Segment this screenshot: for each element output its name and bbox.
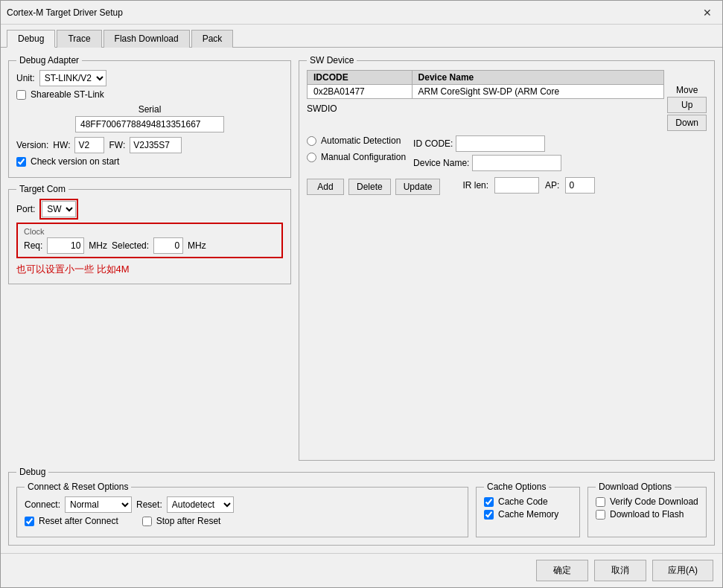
debug-inner: Connect & Reset Options Connect: Normal … [16,482,707,537]
download-flash-checkbox[interactable] [596,510,605,520]
detection-right: ID CODE: Device Name: [413,135,707,171]
main-window: Cortex-M Target Driver Setup ✕ Debug Tra… [0,0,723,588]
serial-label: Serial [138,104,162,115]
delete-button[interactable]: Delete [348,179,391,195]
cache-memory-row: Cache Memory [484,509,572,520]
detection-left: Automatic Detection Manual Configuration [307,135,406,165]
cache-memory-label: Cache Memory [498,509,558,520]
hint-text: 也可以设置小一些 比如4M [16,263,283,276]
debug-section: Debug Connect & Reset Options Connect: N… [8,467,715,546]
move-label: Move [667,85,707,95]
sw-table-wrapper: IDCODE Device Name 0x2BA01477 ARM CoreSi… [307,70,664,114]
move-col: Move Up Down [667,70,707,131]
hw-input[interactable] [74,137,104,153]
cell-device-name: ARM CoreSight SW-DP (ARM Core [412,85,664,99]
target-com-legend: Target Com [16,184,69,194]
tab-debug[interactable]: Debug [7,30,55,48]
download-flash-row: Download to Flash [596,509,698,520]
target-com-section: Target Com Port: SW Clock Req: [8,184,291,284]
ir-len-label: IR len: [462,180,488,191]
connect-row: Connect: Normal Reset: Autodetect [25,496,460,513]
device-name-label: Device Name: [413,158,469,168]
stop-after-reset-label: Stop after Reset [156,516,221,526]
tab-trace[interactable]: Trace [57,30,101,48]
check-version-label: Check version on start [31,156,119,167]
id-code-field-row: ID CODE: [413,135,707,152]
ok-button[interactable]: 确定 [536,560,588,581]
cache-options-legend: Cache Options [484,482,549,492]
selected-input[interactable] [153,237,183,254]
right-sw-bottom: Automatic Detection Manual Configuration… [307,135,707,195]
device-name-field-row: Device Name: [413,155,707,171]
req-input[interactable] [47,237,84,254]
cache-code-checkbox[interactable] [484,497,494,507]
stop-after-reset-checkbox[interactable] [142,517,152,526]
detection-section: Automatic Detection Manual Configuration… [307,135,707,171]
reset-after-connect-checkbox[interactable] [25,517,34,526]
swdio-label: SWDIO [307,103,664,114]
cache-memory-checkbox[interactable] [484,510,494,520]
hw-label: HW: [53,140,70,150]
reset-label: Reset: [136,499,162,510]
unit-select[interactable]: ST-LINK/V2 [39,70,106,86]
reset-after-connect-row: Reset after Connect Stop after Reset [25,516,460,526]
reset-after-connect-label: Reset after Connect [39,516,118,526]
update-button[interactable]: Update [395,179,441,195]
clock-box: Clock Req: MHz Selected: MHz [16,223,283,258]
sw-table-container: IDCODE Device Name 0x2BA01477 ARM CoreSi… [307,70,707,131]
manual-config-row: Manual Configuration [307,152,406,162]
cache-options-section: Cache Options Cache Code Cache Memory [476,482,580,537]
mhz2-label: MHz [188,240,206,251]
tab-pack[interactable]: Pack [191,30,234,48]
port-row: Port: SW [16,199,283,220]
version-row: Version: HW: FW: [16,137,283,153]
window-title: Cortex-M Target Driver Setup [7,7,123,18]
verify-checkbox[interactable] [596,497,605,507]
check-version-checkbox[interactable] [16,157,26,167]
bottom-buttons: 确定 取消 应用(A) [1,553,722,587]
close-button[interactable]: ✕ [698,5,716,20]
cancel-button[interactable]: 取消 [594,560,646,581]
manual-config-label: Manual Configuration [321,152,406,162]
serial-section: Serial 48FF70067788494813351667 [16,104,283,132]
reset-select[interactable]: Autodetect [167,496,234,513]
ap-input[interactable] [565,177,595,194]
download-options-section: Download Options Verify Code Download Do… [587,482,707,537]
port-select[interactable]: SW [42,201,76,217]
cache-code-row: Cache Code [484,496,572,507]
cell-idcode: 0x2BA01477 [308,85,413,99]
device-name-input[interactable] [472,155,561,171]
left-panel: Debug Adapter Unit: ST-LINK/V2 Shareable… [8,55,291,461]
req-label: Req: [24,240,42,251]
add-button[interactable]: Add [307,179,344,195]
tab-flash-download[interactable]: Flash Download [103,30,190,48]
auto-detect-radio[interactable] [307,136,316,146]
download-options-legend: Download Options [596,482,675,492]
title-bar: Cortex-M Target Driver Setup ✕ [1,1,722,25]
manual-config-radio[interactable] [307,153,316,162]
id-code-input[interactable] [456,135,545,152]
down-button[interactable]: Down [667,115,707,131]
right-panel: SW Device IDCODE Device Name [299,55,715,461]
apply-button[interactable]: 应用(A) [652,560,713,581]
selected-label: Selected: [112,240,149,251]
serial-value: 48FF70067788494813351667 [75,116,224,132]
unit-label: Unit: [16,73,35,83]
up-button[interactable]: Up [667,97,707,113]
col-header-device-name: Device Name [412,71,664,85]
clock-legend: Clock [24,227,275,236]
ir-len-input[interactable] [494,177,539,194]
connect-select[interactable]: Normal [65,496,132,513]
ap-label: AP: [545,180,559,191]
table-row: 0x2BA01477 ARM CoreSight SW-DP (ARM Core [308,85,664,99]
mhz1-label: MHz [89,240,107,251]
ir-ap-row: IR len: AP: [462,177,595,194]
shareable-checkbox[interactable] [16,90,26,100]
sw-device-section: SW Device IDCODE Device Name [299,55,715,461]
auto-detect-label: Automatic Detection [321,135,401,146]
connect-label: Connect: [25,499,60,510]
auto-detect-row: Automatic Detection [307,135,406,146]
verify-row: Verify Code Download [596,496,698,507]
sw-actions: Add Delete Update [307,179,440,195]
fw-input[interactable] [130,137,182,153]
